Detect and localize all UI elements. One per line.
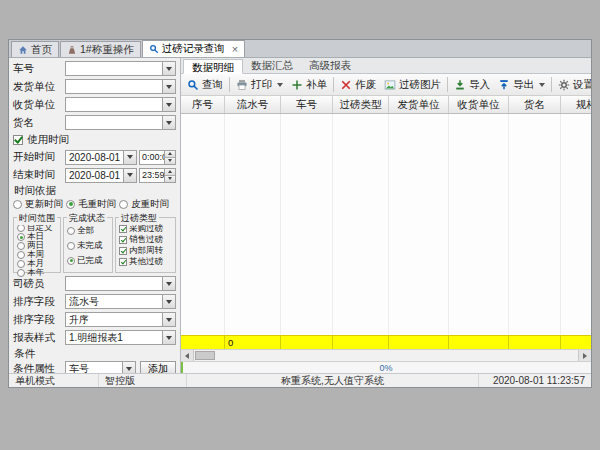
radio-unfinished[interactable]: 未完成 — [67, 239, 110, 252]
checkbox-label: 其他过磅 — [129, 256, 163, 268]
chevron-down-icon[interactable] — [162, 80, 175, 93]
chevron-down-icon[interactable] — [162, 313, 175, 326]
end-date-picker[interactable]: 2020-08-01 — [65, 168, 137, 183]
goods-combo[interactable] — [65, 115, 176, 130]
receiver-combo[interactable] — [65, 97, 176, 112]
void-button[interactable]: 作废 — [336, 75, 380, 94]
add-condition-button[interactable]: 添加 — [140, 361, 176, 373]
column-header-shipper[interactable]: 发货单位 — [389, 96, 449, 113]
sort-field-combo[interactable]: 流水号 — [65, 294, 176, 309]
subtab-advanced-report[interactable]: 高级报表 — [301, 58, 359, 73]
chevron-down-icon[interactable] — [123, 151, 136, 164]
summary-cell — [561, 336, 591, 349]
settings-button-label: 设置 — [573, 78, 591, 92]
tab-home[interactable]: 首页 — [11, 41, 59, 57]
radio-icon — [17, 224, 25, 232]
chevron-down-icon[interactable] — [162, 98, 175, 111]
horizontal-scrollbar[interactable] — [181, 349, 591, 361]
status-system-name: 称重系统,无人值守系统 — [187, 374, 479, 387]
scroll-right-arrow-icon[interactable] — [578, 350, 591, 361]
query-button-label: 查询 — [202, 78, 223, 92]
start-date-picker[interactable]: 2020-08-01 — [65, 150, 137, 165]
radio-all[interactable]: 全部 — [67, 224, 110, 237]
subtab-data-detail[interactable]: 数据明细 — [183, 59, 243, 74]
subtab-data-summary[interactable]: 数据汇总 — [243, 58, 301, 73]
scroll-left-arrow-icon[interactable] — [181, 350, 194, 361]
tab-weigh-record-query[interactable]: 过磅记录查询 × — [142, 40, 245, 57]
import-button[interactable]: 导入 — [450, 75, 494, 94]
column-header-receiver[interactable]: 收货单位 — [449, 96, 509, 113]
chevron-down-icon[interactable] — [162, 62, 175, 75]
radio-tare-time[interactable]: 皮重时间 — [119, 198, 169, 211]
home-icon — [18, 45, 28, 55]
result-toolbar: 查询 打印 补单 作废 — [181, 74, 591, 96]
toolbar-separator — [229, 77, 230, 92]
checkbox-internal-transfer[interactable]: 内部周转 — [119, 246, 173, 256]
column-header-serial[interactable]: 流水号 — [225, 96, 281, 113]
tab-weigh-operation[interactable]: 1#称重操作 — [60, 41, 141, 57]
grid-header: 序号 流水号 车号 过磅类型 发货单位 收货单位 货名 规格 — [181, 96, 591, 114]
chevron-down-icon[interactable] — [162, 331, 175, 344]
sort-field-row: 排序字段 流水号 — [13, 294, 176, 309]
operator-combo[interactable] — [65, 276, 176, 291]
condition-attr-value: 车号 — [69, 362, 89, 374]
chevron-down-icon[interactable] — [539, 83, 545, 87]
filter-row-shipper: 发货单位 — [13, 79, 176, 94]
column-header-spec[interactable]: 规格 — [561, 96, 591, 113]
condition-attr-row: 条件属性 车号 添加 — [13, 361, 176, 373]
shipper-combo[interactable] — [65, 79, 176, 94]
end-time-spinner[interactable]: 23:59:59 — [139, 168, 176, 183]
export-button[interactable]: 导出 — [494, 75, 549, 94]
column-header-vehicle[interactable]: 车号 — [281, 96, 333, 113]
tab-weigh-operation-label: 1#称重操作 — [80, 43, 134, 57]
export-button-label: 导出 — [513, 78, 534, 92]
radio-icon — [66, 200, 75, 209]
option-groups: 时间范围 自定义 本日 两日 本周 本月 本年 完成状态 全部 未完成 已完成 — [13, 217, 176, 273]
query-button[interactable]: 查询 — [183, 75, 227, 94]
chevron-down-icon[interactable] — [277, 83, 283, 87]
checkbox-purchase-weigh[interactable]: 采购过磅 — [119, 224, 173, 234]
chevron-down-icon[interactable] — [162, 295, 175, 308]
print-button[interactable]: 打印 — [232, 75, 287, 94]
radio-update-time[interactable]: 更新时间 — [13, 198, 63, 211]
summary-row: 0 — [181, 335, 591, 349]
chevron-down-icon[interactable] — [123, 169, 136, 182]
close-tab-icon[interactable]: × — [232, 44, 238, 54]
sort-order-combo[interactable]: 升序 — [65, 312, 176, 327]
settings-button[interactable]: 设置 — [554, 75, 591, 94]
radio-icon — [67, 257, 75, 265]
radio-gross-time[interactable]: 毛重时间 — [66, 198, 116, 211]
tab-home-label: 首页 — [31, 43, 52, 57]
use-time-checkbox[interactable]: 使用时间 — [13, 133, 176, 146]
summary-cell — [509, 336, 561, 349]
checkbox-other-weigh[interactable]: 其他过磅 — [119, 257, 173, 267]
vehicle-no-combo[interactable] — [65, 61, 176, 76]
chevron-down-icon[interactable] — [162, 277, 175, 290]
radio-this-year[interactable]: 本年 — [17, 269, 58, 277]
condition-attr-label: 条件属性 — [13, 362, 65, 374]
report-style-combo[interactable]: 1.明细报表1 — [65, 330, 176, 345]
column-header-seq[interactable]: 序号 — [181, 96, 225, 113]
weigh-photo-button[interactable]: 过磅图片 — [380, 75, 445, 94]
plus-icon — [291, 79, 303, 91]
shipper-label: 发货单位 — [13, 80, 65, 94]
status-edition: 智控版 — [99, 374, 187, 387]
scrollbar-thumb[interactable] — [195, 351, 215, 360]
chevron-down-icon[interactable] — [122, 362, 135, 373]
image-icon — [384, 79, 396, 91]
report-style-row: 报表样式 1.明细报表1 — [13, 330, 176, 345]
desktop-background: 首页 1#称重操作 过磅记录查询 × 车号 发货单位 — [0, 0, 600, 450]
radio-finished[interactable]: 已完成 — [67, 254, 110, 267]
checkbox-sale-weigh[interactable]: 销售过磅 — [119, 235, 173, 245]
condition-attr-combo[interactable]: 车号 — [65, 361, 136, 373]
toolbar-separator — [551, 77, 552, 92]
spinner-arrows-icon[interactable] — [164, 169, 175, 182]
supplement-order-button[interactable]: 补单 — [287, 75, 331, 94]
chevron-down-icon[interactable] — [162, 116, 175, 129]
spinner-arrows-icon[interactable] — [164, 151, 175, 164]
column-header-goods[interactable]: 货名 — [509, 96, 561, 113]
supplement-order-button-label: 补单 — [306, 78, 327, 92]
start-time-spinner[interactable]: 0:00:00 — [139, 150, 176, 165]
finish-state-group: 完成状态 全部 未完成 已完成 — [63, 217, 113, 273]
column-header-weigh-type[interactable]: 过磅类型 — [333, 96, 389, 113]
